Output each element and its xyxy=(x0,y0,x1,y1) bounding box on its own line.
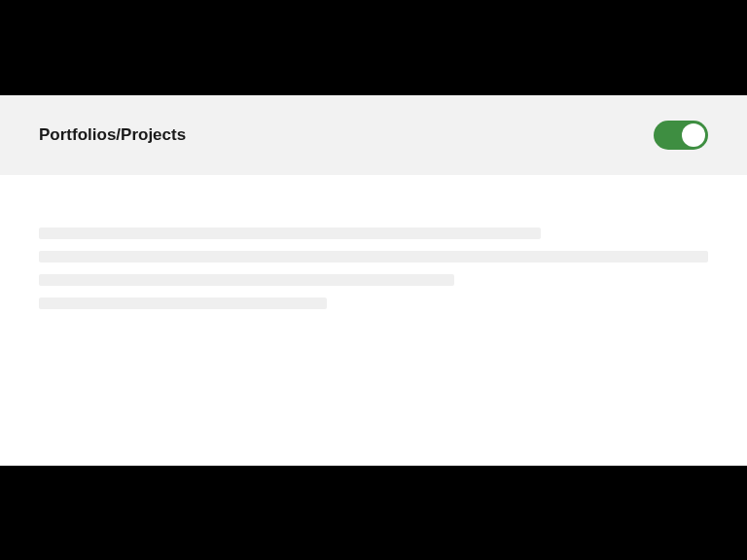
portfolios-toggle[interactable] xyxy=(654,121,708,150)
section-title: Portfolios/Projects xyxy=(39,125,186,145)
skeleton-line xyxy=(39,251,708,262)
section-header: Portfolios/Projects xyxy=(0,95,747,175)
toggle-knob xyxy=(682,123,705,147)
skeleton-line xyxy=(39,298,327,309)
skeleton-loader xyxy=(0,175,747,309)
content-area: Portfolios/Projects xyxy=(0,95,747,466)
skeleton-line xyxy=(39,274,454,286)
skeleton-line xyxy=(39,228,541,239)
